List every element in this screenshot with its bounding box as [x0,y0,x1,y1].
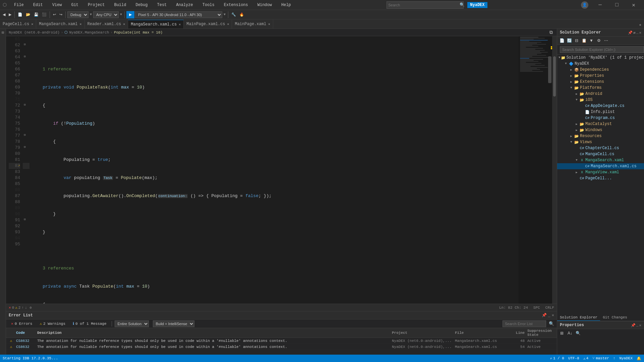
message-filter[interactable]: ℹ 0 of 1 Message [70,320,109,327]
build-menu[interactable]: Build [112,2,128,8]
tab-mainpage-cs-close[interactable]: ✕ [227,22,229,26]
debug-menu[interactable]: Debug [133,2,150,8]
tree-program-cs[interactable]: C# Program.cs [557,115,644,121]
collapse-77[interactable]: ⊟ [23,133,27,137]
save-btn[interactable]: 💾 [33,11,40,18]
tree-mangaview-xaml[interactable]: ▶ X MangaView.xaml [557,169,644,175]
save-all-btn[interactable]: ⬛ [41,11,48,18]
tab-pagecell[interactable]: PageCell.cs ✕ [0,20,36,28]
se-filter-btn[interactable]: ▼ [588,37,595,44]
maximize-button[interactable]: □ [609,0,625,10]
tree-mangasearch-cs[interactable]: C# MangaSearch.xaml.cs [557,163,644,169]
se-search-input[interactable] [560,46,644,53]
breadcrumb-method[interactable]: Populate(int max = 10) [114,31,163,35]
error-row-2[interactable]: ⚠ CS8632 The annotation for nullable ref… [6,344,557,350]
error-status[interactable]: ✕ 0 ⚠ 2 ↑ ↓ [9,305,27,310]
se-collapse-all-btn[interactable]: ⊟ [573,37,580,44]
prop-close-icon[interactable]: ✕ [639,323,641,327]
tree-pagecell[interactable]: C# PageCell... [557,175,644,181]
tree-windows[interactable]: ▶ 📂 Windows [557,127,644,133]
col-code[interactable]: Code [16,331,35,335]
status-warning-count[interactable]: ⚡ 1 / 0 [550,356,564,361]
tab-pagecell-close[interactable]: ✕ [31,22,33,26]
git-menu[interactable]: Git [69,2,80,8]
tree-mangacell[interactable]: C# MangaCell.cs [557,151,644,157]
tree-ios[interactable]: ▼ 📂 iOS [557,97,644,103]
tab-mainpage-cs[interactable]: MainPage.xaml.cs ✕ [184,20,232,28]
collapse-64[interactable]: ⊟ [23,54,27,58]
scrollbar-thumb[interactable] [553,56,556,97]
se-collapse-icon[interactable]: _ [636,31,639,35]
file-menu[interactable]: File [12,2,26,8]
col-file[interactable]: File [455,331,509,335]
minimize-button[interactable]: ─ [592,0,608,10]
error-search-input[interactable] [503,320,546,327]
tab-reader-xaml[interactable]: Reader.xaml.cs ✕ [85,20,128,28]
tab-mangasearch-xaml[interactable]: MangaSearch.xaml ✕ [36,20,84,28]
tab-mangasearch-cs-close[interactable]: ✕ [179,22,181,26]
build-intellisense-dropdown[interactable]: Build + IntelliSense [153,320,194,327]
tools-menu[interactable]: Tools [200,2,217,8]
test-menu[interactable]: Test [155,2,169,8]
target-dropdown[interactable]: Pixel 5 - API 30 (Android 11.0 - API 30) [135,11,222,18]
tree-maccatalyst[interactable]: ▶ 📂 MacCatalyst [557,121,644,127]
new-tab-btn[interactable]: + [638,21,643,28]
tree-android[interactable]: ▶ 📂 Android [557,91,644,97]
status-branch[interactable]: ⑂ master [592,356,609,360]
hot-reload-btn[interactable]: 🔥 [238,11,245,18]
se-tab-solution-explorer[interactable]: Solution Explorer [557,314,600,321]
tab-mangasearch-cs[interactable]: MangaSearch.xaml.cs ✕ [128,20,184,28]
user-avatar[interactable]: 👤 [581,1,588,9]
error-filter[interactable]: ✕ 0 Errors [9,320,35,327]
tab-mainpage-xaml-close[interactable]: ✕ [268,22,270,26]
project-menu[interactable]: Project [86,2,107,8]
tree-nyadex-project[interactable]: ▼ 🔷 NyaDEX [557,61,644,67]
new-file-btn[interactable]: 📄 [16,11,24,18]
tree-dependencies[interactable]: ▶ 📦 Dependencies [557,67,644,73]
open-btn[interactable]: 📂 [24,11,32,18]
collapse-62[interactable]: ⊟ [23,42,27,46]
collapse-72[interactable]: ⊟ [23,103,27,107]
more-run-options-btn[interactable]: 🔧 [230,11,237,18]
se-refresh-btn[interactable]: 🔄 [566,37,573,44]
cpu-dropdown[interactable]: Any CPU [93,11,119,18]
redo-btn[interactable]: ↪ [58,11,64,18]
status-push-icon[interactable]: ↑ [613,356,616,360]
tab-reader-xaml-close[interactable]: ✕ [123,22,125,26]
se-settings-btn[interactable]: ⚙ [595,37,602,44]
help-menu[interactable]: Help [279,2,293,8]
el-pin-icon[interactable]: 📌 [542,313,547,318]
col-project[interactable]: Project [392,331,452,335]
tree-extensions[interactable]: ▶ 📂 Extensions [557,79,644,85]
code-container[interactable]: 61 62 63 64 65 66 67 68 69 70 71 72 73 7… [6,36,557,304]
se-tab-git-changes[interactable]: Git Changes [600,314,630,321]
back-btn[interactable]: ◀ [1,11,7,18]
tree-resources[interactable]: ▶ 📂 Resources [557,133,644,139]
tree-solution[interactable]: ▼ 📁 Solution 'NyaDEX' (1 of 1 project) [557,55,644,61]
window-menu[interactable]: Window [255,2,274,8]
analyze-menu[interactable]: Analyze [174,2,195,8]
vertical-scrollbar[interactable] [552,36,557,304]
col-suppression[interactable]: Suppression State [527,329,554,337]
prop-search-btn[interactable]: 🔍 [575,330,581,337]
error-row-1[interactable]: ⚠ CS8632 The annotation for nullable ref… [6,338,557,344]
prop-collapse-icon[interactable]: _ [636,323,639,327]
tree-infoplist[interactable]: 📄 Info.plist [557,109,644,115]
collapse-79[interactable]: ⊟ [23,145,27,149]
split-editor-btn[interactable]: ⧉ [548,29,554,36]
col-description[interactable]: Description [37,331,389,335]
se-more-btn[interactable]: ⋯ [603,37,609,44]
status-encoding[interactable]: UTF-8 [568,356,579,360]
se-show-all-files-btn[interactable]: 📄 [559,37,565,44]
tab-mangasearch-xaml-close[interactable]: ✕ [79,22,81,26]
tree-platforms[interactable]: ▼ 📂 Platforms [557,85,644,91]
prop-pin-icon[interactable]: 📌 [631,323,636,327]
status-warnings[interactable]: ⚠ 4 [583,356,588,361]
activity-expand-icon[interactable]: ⊞ [2,30,4,35]
collapse-91[interactable]: ⊟ [23,217,27,221]
extensions-menu[interactable]: Extensions [222,2,250,8]
warning-filter[interactable]: ⚠ 2 Warnings [37,320,68,327]
run-button[interactable]: ▶ [126,11,134,18]
title-search-input[interactable] [387,1,464,9]
se-properties-btn[interactable]: 📋 [581,37,587,44]
